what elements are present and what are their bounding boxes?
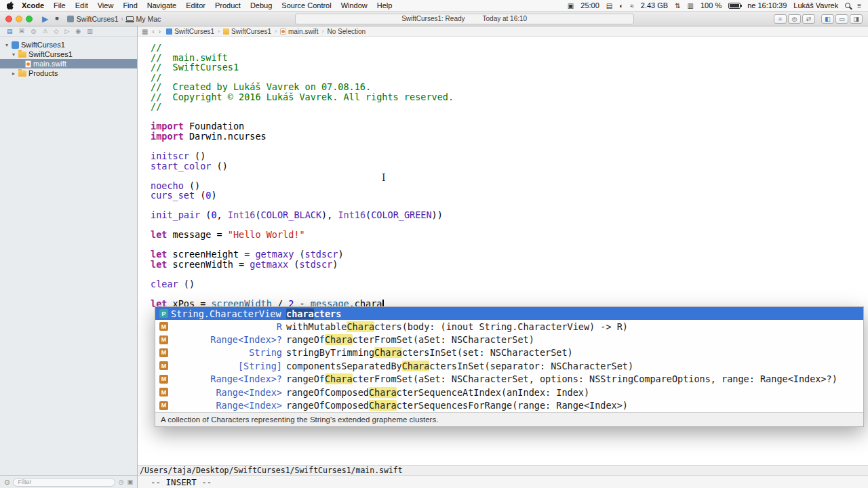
completion-row-5[interactable]: MRange<Index>rangeOfComposedCharacterSeq… bbox=[155, 386, 863, 399]
search-navigator-icon[interactable]: ◎ bbox=[31, 28, 37, 35]
menu-item-navigate[interactable]: Navigate bbox=[142, 1, 181, 9]
menu-item-file[interactable]: File bbox=[49, 1, 71, 9]
code-token: message = bbox=[167, 229, 227, 240]
scm-status-icon[interactable]: ▣ bbox=[127, 479, 133, 485]
scheme-selector[interactable]: SwiftCurses1 › My Mac bbox=[67, 15, 161, 23]
zoom-window-button[interactable] bbox=[26, 16, 33, 22]
apple-icon bbox=[7, 1, 14, 10]
navigator-toggle-button[interactable]: ◧ bbox=[821, 14, 834, 24]
name-suffix: cterSequencesForRange(range: Range<Index… bbox=[397, 400, 628, 411]
sidebar-item-products[interactable]: ▸Products bbox=[0, 68, 137, 78]
minimize-window-button[interactable] bbox=[16, 16, 22, 22]
menubar-extra-icon[interactable]: ▣ bbox=[568, 2, 574, 9]
code-line: import Foundation bbox=[151, 121, 868, 131]
forward-button[interactable]: › bbox=[159, 28, 161, 35]
breadcrumb-no-selection[interactable]: No Selection bbox=[327, 28, 366, 35]
code-line: // Created by Lukáš Vavrek on 07.08.16. bbox=[151, 82, 868, 92]
filter-input[interactable] bbox=[13, 478, 115, 487]
test-navigator-icon[interactable]: ◇ bbox=[54, 28, 58, 35]
menu-item-editor[interactable]: Editor bbox=[181, 1, 210, 9]
code-token: "Hello World!" bbox=[228, 229, 305, 240]
report-navigator-icon[interactable]: ▥ bbox=[87, 28, 93, 35]
breadcrumb: SwiftCurses1›SwiftCurses1›main.swift›No … bbox=[166, 28, 366, 35]
completion-row-0[interactable]: MRwithMutableCharacters(body: (inout Str… bbox=[155, 320, 863, 333]
code-token: let bbox=[151, 259, 167, 270]
autocomplete-selected-row[interactable]: P String.CharacterView characters bbox=[155, 307, 863, 320]
breadcrumb-swiftcurses1[interactable]: SwiftCurses1 bbox=[166, 28, 214, 35]
match-text: Chara bbox=[325, 334, 353, 345]
utilities-toggle-button[interactable]: ◨ bbox=[850, 14, 863, 24]
name-prefix: rangeOf bbox=[286, 373, 325, 384]
chevron-right-icon: › bbox=[121, 16, 123, 22]
code-token: COLOR_GREEN bbox=[371, 209, 431, 220]
back-button[interactable]: ‹ bbox=[152, 28, 154, 35]
status-user-name[interactable]: Lukáš Vavrek bbox=[793, 1, 838, 9]
scheme-icon bbox=[67, 16, 74, 22]
menu-item-find[interactable]: Find bbox=[118, 1, 142, 9]
completion-row-2[interactable]: MStringstringByTrimmingCharactersInSet(s… bbox=[155, 346, 863, 359]
spotlight-icon[interactable] bbox=[845, 3, 850, 8]
keyboard-icon[interactable]: ▥ bbox=[688, 2, 694, 9]
status-memory[interactable]: 2.43 GB bbox=[641, 1, 668, 9]
code-token: ) bbox=[211, 190, 216, 201]
tree-label: main.swift bbox=[33, 60, 66, 68]
breakpoint-navigator-icon[interactable]: ◉ bbox=[75, 28, 81, 35]
run-button[interactable]: ▶ bbox=[41, 15, 50, 23]
code-line bbox=[151, 289, 868, 300]
apple-menu[interactable] bbox=[7, 1, 14, 10]
disclosure-icon[interactable]: ▾ bbox=[4, 42, 9, 48]
menu-item-window[interactable]: Window bbox=[336, 1, 372, 9]
battery-icon[interactable] bbox=[728, 3, 741, 9]
autocomplete-description: A collection of Characters representing … bbox=[155, 412, 863, 426]
close-window-button[interactable] bbox=[5, 16, 12, 22]
disclosure-icon[interactable]: ▸ bbox=[11, 70, 16, 77]
folder-icon bbox=[18, 52, 26, 58]
updown-icon[interactable]: ⇅ bbox=[675, 2, 680, 9]
recent-files-icon[interactable]: ◷ bbox=[119, 479, 124, 485]
version-editor-button[interactable]: ⇄ bbox=[802, 14, 815, 24]
display-icon[interactable]: ▤ bbox=[606, 2, 612, 9]
filter-scope-icon[interactable]: ⊙ bbox=[4, 479, 9, 486]
status-timer[interactable]: 25:00 bbox=[580, 1, 599, 9]
disclosure-icon[interactable]: ▾ bbox=[11, 52, 16, 58]
menu-item-product[interactable]: Product bbox=[210, 1, 245, 9]
notification-center-icon[interactable]: ≡ bbox=[857, 2, 861, 9]
completion-row-3[interactable]: M[String]componentsSeparatedByCharacters… bbox=[155, 359, 863, 372]
breadcrumb-separator: › bbox=[275, 28, 277, 35]
code-token: curs_set bbox=[151, 190, 195, 201]
menu-item-source-control[interactable]: Source Control bbox=[277, 1, 336, 9]
issue-navigator-icon[interactable]: ⚠ bbox=[42, 28, 47, 35]
volume-icon[interactable]: ◐ bbox=[619, 2, 623, 9]
status-battery-percent[interactable]: 100 % bbox=[701, 1, 722, 9]
completion-row-4[interactable]: MRange<Index>?rangeOfCharacterFromSet(aS… bbox=[155, 373, 863, 386]
project-navigator-icon[interactable]: ▤ bbox=[7, 28, 13, 35]
breadcrumb-swiftcurses1[interactable]: SwiftCurses1 bbox=[223, 28, 271, 35]
related-items-icon[interactable]: ▦ bbox=[142, 28, 148, 35]
standard-editor-button[interactable]: ≡ bbox=[774, 14, 787, 24]
status-clock[interactable]: ne 16:10:39 bbox=[747, 1, 787, 9]
debug-area-toggle-button[interactable]: ▭ bbox=[835, 14, 848, 24]
stop-button[interactable]: ■ bbox=[54, 16, 60, 22]
breadcrumb-main-swift[interactable]: main.swift bbox=[280, 28, 318, 35]
completion-return-type: Range<Index>? bbox=[171, 334, 282, 345]
sidebar-item-swiftcurses1[interactable]: ▾SwiftCurses1 bbox=[0, 40, 137, 49]
completion-row-6[interactable]: MRange<Index>rangeOfComposedCharacterSeq… bbox=[155, 399, 863, 411]
code-editor[interactable]: //// main.swift// SwiftCurses1//// Creat… bbox=[138, 37, 868, 465]
airplay-icon[interactable]: ≈ bbox=[630, 2, 634, 9]
assistant-editor-button[interactable]: ◎ bbox=[788, 14, 801, 24]
menu-item-edit[interactable]: Edit bbox=[71, 1, 93, 9]
code-token: ( bbox=[366, 209, 371, 220]
sidebar-item-main-swift[interactable]: main.swift bbox=[0, 59, 137, 68]
completion-name: rangeOfCharacterFromSet(aSet: NSCharacte… bbox=[286, 334, 534, 345]
menu-item-help[interactable]: Help bbox=[372, 1, 397, 9]
name-prefix: withMutable bbox=[286, 321, 347, 332]
completion-row-1[interactable]: MRange<Index>?rangeOfCharacterFromSet(aS… bbox=[155, 333, 863, 346]
project-tree: ▾SwiftCurses1▾SwiftCurses1main.swift▸Pro… bbox=[0, 37, 137, 475]
menu-item-debug[interactable]: Debug bbox=[245, 1, 277, 9]
code-line bbox=[151, 270, 868, 280]
menu-item-view[interactable]: View bbox=[93, 1, 119, 9]
debug-navigator-icon[interactable]: ▷ bbox=[64, 28, 69, 35]
symbol-navigator-icon[interactable]: ⌘ bbox=[19, 28, 25, 35]
menu-item-xcode[interactable]: Xcode bbox=[17, 1, 49, 9]
sidebar-item-swiftcurses1[interactable]: ▾SwiftCurses1 bbox=[0, 49, 137, 59]
